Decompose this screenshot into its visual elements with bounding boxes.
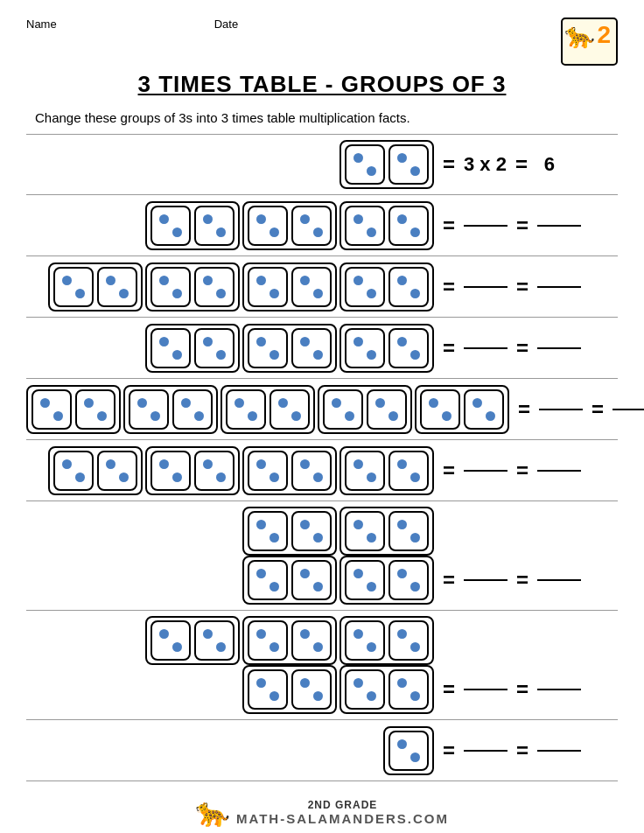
answer-blank[interactable] <box>537 347 581 349</box>
dice-bracket <box>340 262 434 312</box>
equals-sign-2: = <box>515 152 528 177</box>
dice-bracket <box>242 446 337 495</box>
dice-group <box>26 665 443 714</box>
equation-blank[interactable] <box>464 579 508 581</box>
die <box>248 451 288 491</box>
equation-blank[interactable] <box>464 347 508 349</box>
equals-area: = = <box>443 568 618 592</box>
die <box>226 389 266 430</box>
equals-sign: = <box>443 677 455 702</box>
dice-group <box>26 726 443 775</box>
dice-bracket <box>340 446 434 495</box>
die <box>194 620 234 661</box>
die <box>388 328 429 368</box>
equation-blank[interactable] <box>464 286 508 288</box>
equals-area: = = <box>443 336 618 360</box>
equals-sign-2: = <box>516 568 528 592</box>
equals-sign: = <box>518 397 530 422</box>
equation-blank[interactable] <box>464 225 508 227</box>
die <box>388 669 429 710</box>
equals-sign: = <box>443 336 455 360</box>
die <box>345 267 385 307</box>
table-row: = = <box>26 379 618 440</box>
dice-bracket <box>145 262 240 312</box>
table-row: = = <box>26 440 618 501</box>
die <box>150 328 191 368</box>
dice-bracket <box>145 616 240 665</box>
equation-text: 3 x 2 <box>464 153 507 176</box>
die <box>172 389 213 430</box>
equation-blank[interactable] <box>539 409 583 410</box>
dice-bracket <box>340 201 434 250</box>
answer-blank[interactable] <box>612 409 644 410</box>
equals-area: = = <box>443 458 618 483</box>
answer-blank[interactable] <box>537 470 581 472</box>
dice-bracket <box>340 507 434 556</box>
die <box>270 389 310 430</box>
equals-area: = 3 x 2 = 6 <box>443 152 618 177</box>
die <box>129 389 169 430</box>
die <box>464 389 504 430</box>
equals-sign: = <box>443 152 455 177</box>
die <box>420 389 460 430</box>
die <box>97 267 137 307</box>
dice-bracket <box>48 446 143 495</box>
equals-sign-2: = <box>592 397 604 422</box>
equals-area: = = <box>443 738 618 763</box>
equation-blank[interactable] <box>464 470 508 472</box>
answer-blank[interactable] <box>537 579 581 581</box>
answer-blank[interactable] <box>537 750 581 752</box>
die <box>388 560 429 600</box>
die <box>345 511 385 551</box>
die <box>388 620 429 661</box>
dice-bracket <box>242 556 337 605</box>
logo-number: 2 <box>597 21 611 49</box>
die <box>345 328 385 368</box>
die <box>194 328 234 368</box>
table-row: = 3 x 2 = 6 <box>26 134 618 195</box>
equals-sign: = <box>443 458 455 483</box>
equals-sign-2: = <box>516 738 528 763</box>
die <box>367 389 407 430</box>
equals-sign-2: = <box>516 677 528 702</box>
die <box>345 560 385 600</box>
die <box>150 620 191 661</box>
equals-sign: = <box>443 738 455 763</box>
dice-bracket <box>242 616 337 665</box>
equals-sign: = <box>443 214 455 238</box>
die <box>75 389 116 430</box>
die <box>388 451 429 491</box>
table-row: = = <box>26 256 618 318</box>
table-row: = = <box>26 195 618 256</box>
answer-blank[interactable] <box>537 286 581 288</box>
dice-group <box>26 507 443 556</box>
die <box>291 620 332 661</box>
answer-value: 6 <box>536 153 563 176</box>
dice-bracket <box>340 665 434 714</box>
equation-blank[interactable] <box>464 689 508 690</box>
die <box>150 206 191 246</box>
dice-bracket <box>220 385 315 434</box>
die <box>291 560 332 600</box>
die <box>388 267 429 307</box>
answer-blank[interactable] <box>537 689 581 690</box>
dice-bracket <box>145 201 240 250</box>
die <box>194 206 234 246</box>
table-row: = = = = <box>26 611 618 720</box>
name-label: Name <box>26 18 57 31</box>
table-row: = = <box>26 318 618 379</box>
dice-bracket <box>145 324 240 373</box>
table-row: = = = = <box>26 501 618 611</box>
answer-blank[interactable] <box>537 225 581 227</box>
die <box>345 144 385 185</box>
die <box>345 620 385 661</box>
die <box>53 451 94 491</box>
dice-group <box>26 616 443 665</box>
die <box>345 451 385 491</box>
dice-bracket <box>340 140 434 189</box>
equation-blank[interactable] <box>464 750 508 752</box>
die <box>291 328 332 368</box>
dice-bracket <box>145 446 240 495</box>
equals-area: = = <box>443 214 618 238</box>
die <box>388 144 429 185</box>
